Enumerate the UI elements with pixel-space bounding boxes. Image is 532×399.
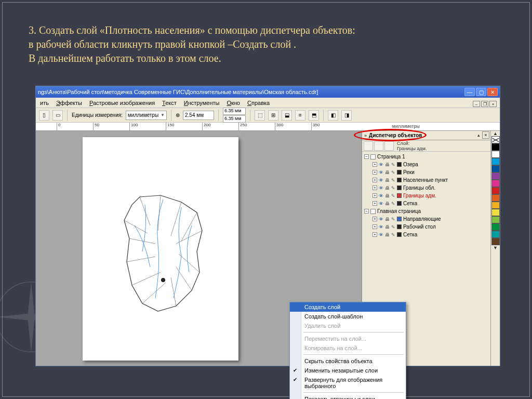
tree-page-1[interactable]: − Страница 1 — [363, 153, 489, 161]
print-icon[interactable]: 🖶 — [385, 162, 390, 167]
landscape-icon[interactable]: ▭ — [52, 110, 63, 121]
edit-icon[interactable]: ✎ — [391, 185, 395, 191]
mdi-minimize[interactable]: – — [473, 101, 480, 107]
dup-y-input[interactable]: 6.35 мм — [223, 115, 246, 123]
menu-effects[interactable]: Эффекты — [56, 100, 82, 106]
print-icon[interactable]: 🖶 — [385, 201, 390, 206]
toolbar-btn-1[interactable]: ⬚ — [255, 110, 265, 121]
context-menu-item[interactable]: Скрыть свойства объекта — [290, 356, 406, 366]
color-swatch-icon[interactable] — [397, 201, 402, 206]
eye-icon[interactable]: 👁 — [379, 232, 383, 237]
color-swatch-icon[interactable] — [397, 217, 402, 221]
color-swatch[interactable] — [491, 216, 500, 223]
color-swatch[interactable] — [491, 180, 500, 187]
eye-icon[interactable]: 👁 — [379, 224, 383, 230]
color-swatch[interactable] — [491, 194, 500, 202]
eye-icon[interactable]: 👁 — [379, 201, 383, 206]
mdi-close[interactable]: × — [489, 101, 497, 107]
color-swatch[interactable] — [491, 202, 500, 209]
palette-down-icon[interactable]: ▼ — [491, 245, 500, 250]
units-dropdown[interactable]: миллиметры▼ — [126, 111, 167, 120]
edit-icon[interactable]: ✎ — [391, 162, 395, 167]
mdi-restore[interactable]: ❐ — [481, 101, 488, 107]
docker-tool-1[interactable] — [364, 141, 373, 151]
layer-tree[interactable]: − Страница 1 +👁🖶✎Озера+👁🖶✎Реки+👁🖶✎Населе… — [362, 152, 490, 240]
print-icon[interactable]: 🖶 — [385, 170, 390, 175]
color-swatch-icon[interactable] — [397, 162, 402, 167]
color-swatch[interactable] — [491, 165, 500, 172]
eye-icon[interactable]: 👁 — [379, 170, 383, 175]
toolbar-btn-5[interactable]: ⬒ — [309, 110, 319, 121]
edit-icon[interactable]: ✎ — [391, 232, 395, 237]
titlebar[interactable]: ngs\Анюта\Рабочий стол\методичка Совреме… — [36, 86, 500, 98]
layer-row[interactable]: +👁🖶✎Реки — [363, 168, 489, 176]
context-menu-item[interactable]: ✔Развернуть для отображения выбранного — [290, 375, 406, 391]
layer-row[interactable]: +👁🖶✎Сетка — [363, 231, 489, 238]
context-menu-item[interactable]: Создать слой — [290, 302, 406, 312]
color-swatch[interactable] — [491, 223, 500, 231]
edit-icon[interactable]: ✎ — [391, 170, 395, 175]
print-icon[interactable]: 🖶 — [385, 193, 390, 198]
color-swatch-icon[interactable] — [397, 232, 402, 237]
layer-row[interactable]: +👁🖶✎Границы обл. — [363, 184, 489, 192]
context-menu-item[interactable]: Создать слой-шаблон — [290, 312, 406, 321]
edit-icon[interactable]: ✎ — [391, 201, 395, 206]
print-icon[interactable]: 🖶 — [385, 217, 390, 222]
edit-icon[interactable]: ✎ — [391, 178, 395, 183]
print-icon[interactable]: 🖶 — [385, 185, 390, 191]
menu-help[interactable]: Справка — [247, 100, 270, 106]
toolbar-btn-2[interactable]: ⊞ — [268, 110, 278, 121]
edit-icon[interactable]: ✎ — [391, 217, 395, 222]
menu-window[interactable]: Окно — [227, 100, 240, 106]
toolbar-btn-3[interactable]: ⬓ — [282, 110, 292, 121]
toolbar-btn-4[interactable]: ≡ — [295, 110, 305, 121]
toolbar-btn-6[interactable]: ◧ — [328, 110, 338, 121]
eye-icon[interactable]: 👁 — [379, 193, 383, 198]
dup-x-input[interactable]: 6.35 мм — [223, 108, 246, 115]
color-swatch-icon[interactable] — [397, 170, 402, 175]
color-swatch[interactable] — [491, 143, 500, 151]
color-swatch-icon[interactable] — [397, 224, 402, 229]
color-swatch-icon[interactable] — [397, 193, 402, 198]
close-button[interactable]: ✕ — [487, 88, 498, 96]
print-icon[interactable]: 🖶 — [385, 178, 390, 183]
color-swatch[interactable] — [491, 209, 500, 216]
context-menu-item[interactable]: ✔Изменить незакрытые слои — [290, 366, 406, 375]
eye-icon[interactable]: 👁 — [379, 217, 383, 222]
docker-titlebar[interactable]: » Диспетчер объектов ▴ × — [362, 131, 490, 140]
print-icon[interactable]: 🖶 — [385, 232, 390, 237]
tree-master-page[interactable]: − Главная страница — [363, 207, 489, 215]
color-swatch[interactable] — [491, 151, 500, 158]
color-swatch[interactable] — [491, 172, 500, 180]
minimize-button[interactable]: — — [464, 88, 475, 96]
eye-icon[interactable]: 👁 — [379, 162, 383, 167]
palette-up-icon[interactable]: ▲ — [491, 131, 500, 136]
menu-item[interactable]: ить — [40, 100, 49, 106]
docker-tool-2[interactable] — [374, 141, 383, 151]
print-icon[interactable]: 🖶 — [385, 224, 390, 230]
nudge-input[interactable]: 2.54 мм — [183, 111, 214, 120]
color-swatch[interactable] — [491, 231, 500, 238]
color-swatch-icon[interactable] — [397, 185, 402, 190]
context-menu-item[interactable]: Показать страницы и слои — [290, 394, 406, 399]
edit-icon[interactable]: ✎ — [391, 224, 395, 230]
docker-close-icon[interactable]: × — [482, 131, 489, 139]
menu-tools[interactable]: Инструменты — [184, 100, 220, 106]
docker-pin-icon[interactable]: ▴ — [477, 132, 480, 138]
layer-row[interactable]: +👁🖶✎Сетка — [363, 200, 489, 207]
no-color-swatch[interactable] — [491, 136, 500, 143]
portrait-icon[interactable]: ▯ — [39, 110, 49, 121]
layer-row[interactable]: +👁🖶✎Границы адм. — [363, 192, 489, 200]
layer-row[interactable]: +👁🖶✎Населенные пункт — [363, 176, 489, 184]
color-swatch[interactable] — [491, 187, 500, 194]
color-swatch-icon[interactable] — [397, 178, 402, 182]
docker-tool-3[interactable] — [384, 141, 394, 151]
maximize-button[interactable]: ▢ — [476, 88, 486, 96]
edit-icon[interactable]: ✎ — [391, 193, 395, 198]
menu-bitmaps[interactable]: Растровые изображения — [89, 100, 155, 106]
color-swatch[interactable] — [491, 238, 500, 245]
menu-text[interactable]: Текст — [162, 100, 177, 106]
toolbar-btn-7[interactable]: ◨ — [341, 110, 352, 121]
layer-row[interactable]: +👁🖶✎Рабочий стол — [363, 223, 489, 231]
color-swatch[interactable] — [491, 158, 500, 165]
